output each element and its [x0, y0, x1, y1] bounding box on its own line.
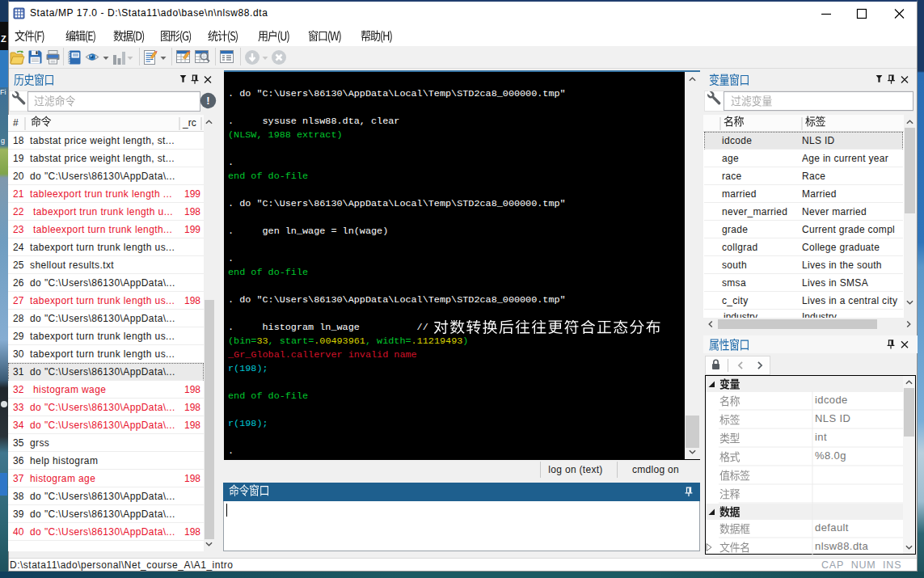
svg-text:g: g — [1, 137, 5, 145]
svg-text:!: ! — [206, 95, 209, 107]
svg-text:Fi: Fi — [0, 88, 6, 96]
